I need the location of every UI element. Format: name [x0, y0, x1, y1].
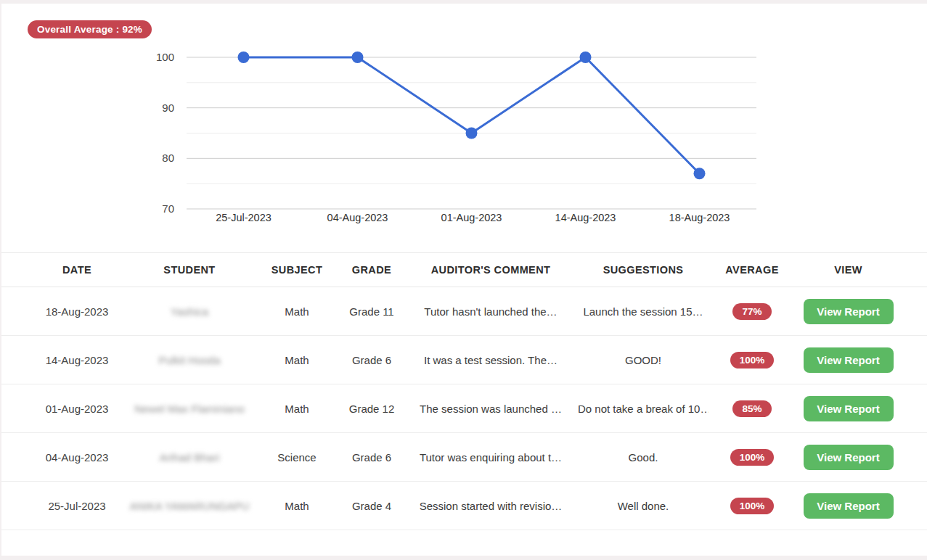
y-axis-tick-label: 70 [162, 202, 174, 215]
cell-average: 100% [708, 498, 796, 514]
chart-point [694, 168, 706, 179]
view-report-button[interactable]: View Report [804, 347, 894, 373]
table-header-row: DATESTUDENTSUBJECTGRADEAUDITOR'S COMMENT… [1, 252, 927, 287]
x-axis-tick-label: 25-Jul-2023 [216, 212, 271, 223]
cell-view: View Report [796, 493, 901, 519]
y-axis-tick-label: 100 [156, 51, 174, 63]
cell-auditor-comment: The session was launched … [404, 403, 578, 415]
cell-auditor-comment: Tutor hasn't launched the… [404, 305, 578, 318]
average-badge: 100% [730, 498, 775, 514]
chart-point [466, 128, 478, 139]
audit-report-page: Overall Average : 92% 70809010025-Jul-20… [1, 4, 927, 556]
cell-student-name-blurred: Yashica [125, 305, 254, 318]
cell-auditor-comment: Session started with revisio… [404, 500, 578, 512]
cell-student-name-blurred: ANIKA YAMARUNGAPU [125, 500, 254, 512]
x-axis-tick-label: 04-Aug-2023 [327, 212, 388, 223]
cell-view: View Report [796, 347, 901, 373]
audit-sessions-table: DATESTUDENTSUBJECTGRADEAUDITOR'S COMMENT… [1, 252, 927, 530]
column-header-view: VIEW [796, 264, 901, 276]
cell-grade: Grade 4 [340, 500, 404, 512]
table-body: 18-Aug-2023YashicaMathGrade 11Tutor hasn… [1, 287, 927, 530]
cell-date: 01-Aug-2023 [29, 403, 125, 415]
cell-student-name-blurred: Pulkit Hooda [125, 354, 254, 366]
column-header-subject: SUBJECT [254, 264, 340, 276]
cell-suggestion: Do not take a break of 10… [578, 403, 708, 415]
cell-average: 85% [708, 400, 796, 417]
chart-point [580, 52, 592, 63]
average-badge: 77% [732, 303, 771, 320]
table-row: 18-Aug-2023YashicaMathGrade 11Tutor hasn… [1, 287, 927, 336]
cell-subject: Math [254, 305, 340, 318]
cell-grade: Grade 12 [340, 403, 404, 415]
cell-auditor-comment: It was a test session. The… [404, 354, 578, 366]
cell-subject: Math [254, 500, 340, 512]
cell-grade: Grade 6 [340, 451, 404, 464]
line-chart-svg: 70809010025-Jul-202304-Aug-202301-Aug-20… [1, 40, 800, 227]
cell-student-name-blurred: Newel Max Flaminiano [125, 403, 254, 415]
cell-suggestion: Good. [578, 451, 708, 464]
column-header-average: AVERAGE [708, 264, 796, 276]
cell-date: 18-Aug-2023 [29, 305, 125, 318]
cell-suggestion: GOOD! [578, 354, 708, 366]
column-header-comment: AUDITOR'S COMMENT [404, 264, 578, 276]
cell-auditor-comment: Tutor was enquiring about t… [404, 451, 578, 464]
cell-view: View Report [796, 396, 901, 421]
chart-point [352, 52, 364, 63]
chart-line [244, 57, 700, 173]
cell-date: 04-Aug-2023 [29, 451, 125, 464]
cell-subject: Math [254, 354, 340, 366]
cell-subject: Math [254, 403, 340, 415]
x-axis-tick-label: 14-Aug-2023 [555, 212, 616, 223]
view-report-button[interactable]: View Report [804, 396, 894, 421]
cell-average: 100% [708, 449, 796, 466]
average-badge: 100% [730, 449, 775, 466]
chart-point [238, 52, 250, 63]
column-header-grade: GRADE [340, 264, 404, 276]
column-header-date: DATE [29, 264, 125, 276]
cell-subject: Science [254, 451, 340, 464]
overall-average-badge: Overall Average : 92% [28, 20, 152, 38]
cell-grade: Grade 11 [340, 305, 404, 318]
cell-suggestion: Launch the session 15… [578, 305, 708, 318]
cell-view: View Report [796, 445, 901, 470]
average-badge: 85% [732, 400, 771, 417]
average-line-chart: 70809010025-Jul-202304-Aug-202301-Aug-20… [1, 40, 800, 227]
view-report-button[interactable]: View Report [804, 445, 894, 470]
view-report-button[interactable]: View Report [804, 493, 894, 519]
cell-date: 14-Aug-2023 [29, 354, 125, 366]
cell-view: View Report [796, 299, 901, 324]
table-row: 04-Aug-2023Arihad BhariScienceGrade 6Tut… [1, 433, 927, 482]
cell-suggestion: Well done. [578, 500, 708, 512]
column-header-student: STUDENT [125, 264, 254, 276]
table-row: 14-Aug-2023Pulkit HoodaMathGrade 6It was… [1, 336, 927, 384]
table-row: 01-Aug-2023Newel Max FlaminianoMathGrade… [1, 384, 927, 433]
cell-grade: Grade 6 [340, 354, 404, 366]
cell-date: 25-Jul-2023 [29, 500, 125, 512]
x-axis-tick-label: 01-Aug-2023 [441, 212, 502, 223]
y-axis-tick-label: 80 [162, 152, 174, 164]
cell-student-name-blurred: Arihad Bhari [125, 451, 254, 464]
y-axis-tick-label: 90 [162, 102, 174, 114]
cell-average: 77% [708, 303, 796, 320]
cell-average: 100% [708, 352, 796, 368]
view-report-button[interactable]: View Report [804, 299, 894, 324]
x-axis-tick-label: 18-Aug-2023 [669, 212, 730, 223]
table-row: 25-Jul-2023ANIKA YAMARUNGAPUMathGrade 4S… [1, 482, 927, 530]
column-header-suggestion: SUGGESTIONS [578, 264, 708, 276]
average-badge: 100% [730, 352, 775, 368]
